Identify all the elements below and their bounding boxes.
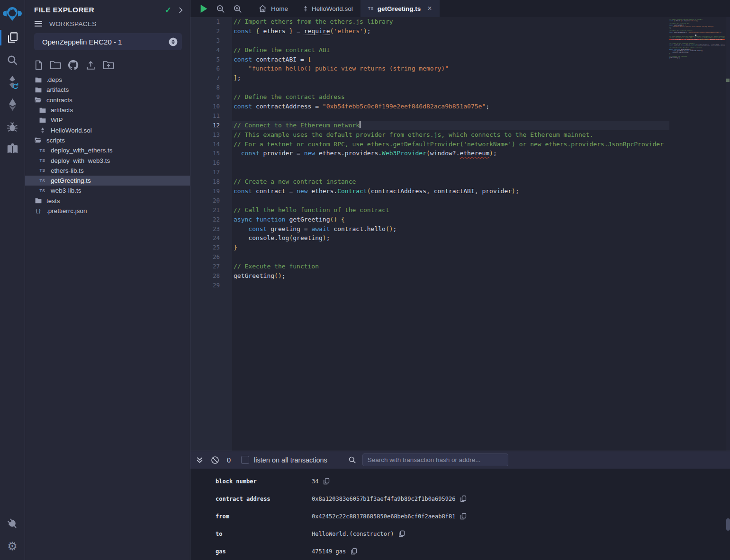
debugger-button[interactable] [0, 116, 25, 138]
file-tree-item-label: tests [46, 197, 60, 204]
zoom-in-button[interactable] [233, 4, 242, 13]
activity-bar-bottom: ⚙ [0, 513, 25, 560]
code-line-18: 18// Create a new contract instance [190, 177, 669, 187]
file-tree-item-label: .prettierrc.json [46, 207, 87, 214]
new-file-button[interactable] [34, 60, 43, 70]
copy-icon[interactable] [323, 478, 330, 485]
editor-scrollbar-thumb[interactable] [726, 79, 730, 82]
zoom-in-icon [233, 4, 242, 13]
code-line-29: 29 [190, 281, 669, 290]
github-button[interactable] [68, 60, 79, 71]
ts-icon: TS [38, 148, 46, 153]
code-line-7: 7]; [190, 73, 669, 83]
close-tab-icon[interactable]: × [427, 4, 432, 13]
file-tree-item-deploy-with-web3-ts[interactable]: TSdeploy_with_web3.ts [25, 155, 190, 165]
workspace-selector[interactable]: OpenZeppelin ERC20 - 1 [34, 33, 182, 50]
zoom-out-icon [216, 4, 225, 13]
expand-terminal-icon[interactable] [196, 456, 204, 464]
copy-icon[interactable] [351, 548, 357, 555]
clear-console-icon[interactable] [211, 456, 219, 464]
run-script-button[interactable] [200, 4, 208, 13]
file-tree-item-artifacts[interactable]: artifacts [25, 105, 190, 115]
solidity-compiler-button[interactable] [0, 71, 25, 93]
copy-icon[interactable] [460, 495, 467, 502]
line-number: 21 [190, 205, 232, 215]
file-tree-item--deps[interactable]: .deps [25, 75, 190, 85]
file-tree-item-label: deploy_with_web3.ts [51, 157, 110, 164]
code-editor[interactable]: 1// Import ethers from the ethers.js lib… [190, 17, 730, 451]
remix-logo-button[interactable] [0, 0, 25, 27]
new-folder-button[interactable] [50, 60, 61, 70]
file-tree-item-helloworld-sol[interactable]: HelloWorld.sol [25, 125, 190, 135]
terminal-scrollbar-thumb[interactable] [726, 518, 730, 531]
minimap-line [669, 59, 725, 60]
code-line-content: const { ethers } = require('ethers'); [232, 27, 669, 36]
line-number: 9 [190, 92, 232, 102]
workspaces-menu-icon[interactable] [34, 20, 43, 27]
tab-getgreeting-ts[interactable]: TSgetGreeting.ts× [360, 0, 440, 17]
file-tree-item-deploy-with-ethers-ts[interactable]: TSdeploy_with_ethers.ts [25, 145, 190, 155]
file-toolbar [25, 59, 190, 71]
transaction-detail-row: gas475149 gas [190, 542, 730, 560]
file-tree-item-label: deploy_with_ethers.ts [51, 147, 113, 154]
chevron-right-icon[interactable] [178, 7, 183, 14]
file-tree-item-scripts[interactable]: scripts [25, 135, 190, 145]
ts-icon: TS [38, 188, 46, 193]
plugin-manager-button[interactable] [0, 513, 25, 535]
solidity-icon [38, 127, 46, 134]
file-explorer-button[interactable] [0, 27, 25, 49]
line-number: 15 [190, 149, 232, 158]
copy-icon[interactable] [460, 513, 467, 520]
debugger-icon [6, 121, 18, 133]
deploy-run-button[interactable] [0, 93, 25, 116]
file-tree-item-getgreeting-ts[interactable]: TSgetGreeting.ts [25, 176, 190, 186]
line-number: 19 [190, 187, 232, 196]
tab-helloworld-sol[interactable]: HelloWorld.sol [296, 0, 360, 17]
editor-scrollbar[interactable] [726, 17, 730, 451]
detail-label: block number [216, 478, 312, 485]
folder-open-icon [34, 137, 42, 143]
settings-button[interactable]: ⚙ [0, 535, 25, 557]
file-tree-item-contracts[interactable]: contracts [25, 95, 190, 105]
transaction-search-input[interactable] [362, 453, 508, 466]
check-icon: ✓ [165, 5, 171, 15]
code-line-16: 16 [190, 158, 669, 168]
code-line-content: async function getGreeting() { [232, 215, 669, 224]
line-number: 5 [190, 55, 232, 64]
file-tree-item-artifacts[interactable]: artifacts [25, 85, 190, 95]
line-number: 18 [190, 177, 232, 187]
listen-all-transactions-checkbox[interactable] [241, 456, 249, 464]
solidity-learneth-button[interactable] [0, 138, 25, 160]
file-tree-item-web3-lib-ts[interactable]: TSweb3-lib.ts [25, 186, 190, 196]
line-number: 12 [190, 121, 232, 130]
file-tree-item-label: artifacts [46, 86, 69, 93]
activity-bar: ⚙ [0, 0, 25, 560]
copy-icon[interactable] [398, 530, 405, 537]
code-line-17: 17 [190, 168, 669, 177]
workspaces-row: WORKSPACES [25, 16, 190, 32]
file-tree-item-ethers-lib-ts[interactable]: TSethers-lib.ts [25, 166, 190, 176]
code-line-2: 2const { ethers } = require('ethers'); [190, 27, 669, 36]
file-tree-item--prettierrc-json[interactable]: {}.prettierrc.json [25, 206, 190, 216]
file-tree-item-wip[interactable]: WIP [25, 115, 190, 125]
search-button[interactable] [0, 49, 25, 71]
detail-label: to [216, 531, 312, 537]
transaction-detail-row: contract address0x8a120383e6057b1f3aef4f… [190, 490, 730, 507]
tab-home[interactable]: Home [251, 0, 296, 17]
new-folder-icon [50, 60, 61, 70]
workspace-sort-icon[interactable] [169, 37, 178, 46]
zoom-out-button[interactable] [216, 4, 225, 13]
line-number: 16 [190, 158, 232, 168]
detail-value: 34 [312, 478, 318, 485]
upload-file-button[interactable] [85, 60, 96, 70]
code-line-content: // Execute the function [232, 262, 669, 271]
code-line-28: 28getGreeting(); [190, 271, 669, 281]
file-tree-item-tests[interactable]: tests [25, 196, 190, 206]
code-line-21: 21// Call the hello function of the cont… [190, 205, 669, 215]
minimap[interactable]: // Import ethers from the ethers.js libr… [669, 17, 725, 451]
code-line-content: // Create a new contract instance [232, 177, 669, 187]
line-number: 23 [190, 224, 232, 234]
code-line-content [232, 168, 669, 177]
file-explorer-icon [6, 31, 19, 44]
upload-folder-button[interactable] [103, 60, 114, 70]
